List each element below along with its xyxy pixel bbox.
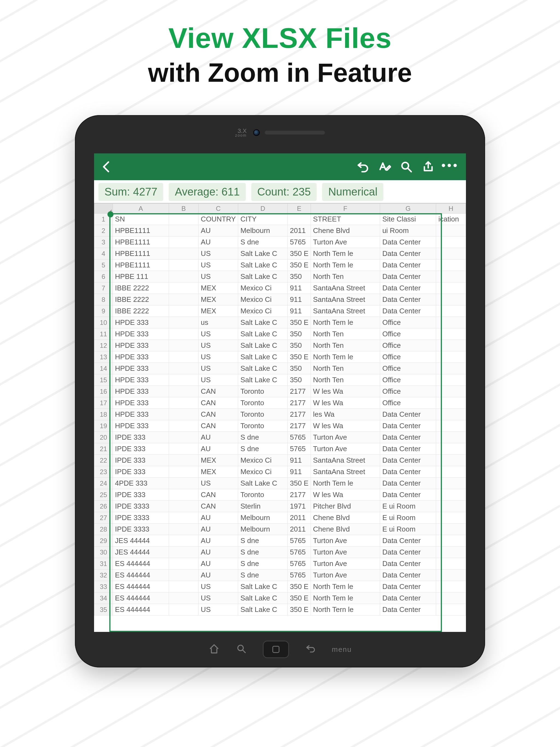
cell[interactable]: Data Center — [380, 409, 436, 420]
spreadsheet-viewport[interactable]: ABCDEFGH1SNCOUNTRYCITYSTREETSite Classii… — [94, 203, 466, 632]
cell[interactable]: Salt Lake C — [238, 317, 288, 328]
row-header[interactable]: 11 — [94, 328, 113, 340]
cell[interactable]: Turton Ave — [311, 443, 380, 455]
cell[interactable]: North Tern le — [311, 604, 380, 616]
column-header[interactable]: F — [311, 204, 380, 213]
row-header[interactable]: 10 — [94, 317, 113, 328]
cell[interactable] — [436, 466, 466, 478]
cell[interactable] — [436, 351, 466, 363]
cell[interactable]: CITY — [238, 213, 288, 225]
cell[interactable]: COUNTRY — [199, 213, 238, 225]
cell[interactable]: Data Center — [380, 489, 436, 500]
table-row[interactable]: 18HPDE 333CANToronto2177les WaData Cente… — [94, 409, 466, 420]
cell[interactable]: ES 444444 — [113, 581, 169, 593]
cell[interactable]: MEX — [199, 294, 238, 305]
column-header[interactable]: H — [436, 204, 466, 213]
cell[interactable] — [169, 236, 199, 248]
cell[interactable]: HPDE 333 — [113, 397, 169, 409]
cell[interactable]: Melbourn — [238, 225, 288, 236]
cell[interactable]: 350 E — [288, 248, 311, 259]
cell[interactable]: Salt Lake C — [238, 271, 288, 282]
cell[interactable]: SantaAna Street — [311, 466, 380, 478]
cell[interactable]: Chene Blvd — [311, 524, 380, 535]
cell[interactable] — [436, 524, 466, 535]
row-header[interactable]: 16 — [94, 386, 113, 397]
table-row[interactable]: 9IBBE 2222MEXMexico Ci911SantaAna Street… — [94, 305, 466, 317]
cell[interactable]: US — [199, 271, 238, 282]
cell[interactable]: W les Wa — [311, 397, 380, 409]
cell[interactable] — [169, 432, 199, 443]
cell[interactable]: 5765 — [288, 547, 311, 558]
cell[interactable]: W les Wa — [311, 420, 380, 432]
cell[interactable]: Data Center — [380, 455, 436, 466]
row-header[interactable]: 12 — [94, 340, 113, 351]
cell[interactable]: 350 E — [288, 604, 311, 616]
table-row[interactable]: 21IPDE 333AUS dne5765Turton AveData Cent… — [94, 443, 466, 455]
cell[interactable] — [169, 581, 199, 593]
cell[interactable] — [169, 420, 199, 432]
row-header[interactable]: 7 — [94, 282, 113, 294]
cell[interactable]: Data Center — [380, 581, 436, 593]
cell[interactable]: 911 — [288, 305, 311, 317]
cell[interactable]: 350 — [288, 363, 311, 374]
cell[interactable] — [436, 489, 466, 500]
cell[interactable]: North Ten — [311, 340, 380, 351]
cell[interactable] — [169, 317, 199, 328]
cell[interactable] — [436, 455, 466, 466]
cell[interactable]: Salt Lake C — [238, 581, 288, 593]
cell[interactable] — [436, 225, 466, 236]
row-header[interactable]: 21 — [94, 443, 113, 455]
cell[interactable]: JES 44444 — [113, 535, 169, 547]
cell[interactable]: HPBE1111 — [113, 225, 169, 236]
cell[interactable]: IPDE 3333 — [113, 512, 169, 524]
undo-button[interactable] — [352, 156, 374, 178]
row-header[interactable]: 33 — [94, 581, 113, 593]
cell[interactable] — [169, 455, 199, 466]
cell[interactable]: Data Center — [380, 432, 436, 443]
cell[interactable]: Office — [380, 328, 436, 340]
cell[interactable] — [436, 294, 466, 305]
row-header[interactable]: 28 — [94, 524, 113, 535]
cell[interactable] — [436, 443, 466, 455]
cell[interactable]: US — [199, 259, 238, 271]
cell[interactable]: 2011 — [288, 225, 311, 236]
select-all-corner[interactable] — [94, 204, 113, 213]
cell[interactable]: 5765 — [288, 443, 311, 455]
cell[interactable]: 2177 — [288, 420, 311, 432]
table-row[interactable]: 26IPDE 3333CANSterlin1971Pitcher BlvdE u… — [94, 500, 466, 512]
share-button[interactable] — [417, 156, 439, 178]
spreadsheet-grid[interactable]: ABCDEFGH1SNCOUNTRYCITYSTREETSite Classii… — [94, 203, 466, 616]
cell[interactable]: MEX — [199, 466, 238, 478]
cell[interactable] — [436, 420, 466, 432]
cell[interactable]: Data Center — [380, 248, 436, 259]
cell[interactable] — [436, 593, 466, 604]
nav-menu-button[interactable]: menu — [332, 645, 352, 654]
cell[interactable] — [436, 604, 466, 616]
row-header[interactable]: 25 — [94, 489, 113, 500]
cell[interactable] — [169, 282, 199, 294]
row-header[interactable]: 34 — [94, 593, 113, 604]
cell[interactable] — [169, 500, 199, 512]
cell[interactable]: JES 44444 — [113, 547, 169, 558]
cell[interactable] — [436, 409, 466, 420]
cell[interactable]: Chene Blvd — [311, 512, 380, 524]
cell[interactable]: AU — [199, 225, 238, 236]
table-row[interactable]: 30JES 44444AUS dne5765Turton AveData Cen… — [94, 547, 466, 558]
table-row[interactable]: 27IPDE 3333AUMelbourn2011Chene BlvdE ui … — [94, 512, 466, 524]
cell[interactable] — [169, 328, 199, 340]
cell[interactable]: E ui Room — [380, 512, 436, 524]
cell[interactable]: Office — [380, 397, 436, 409]
row-header[interactable]: 9 — [94, 305, 113, 317]
cell[interactable]: Data Center — [380, 236, 436, 248]
cell[interactable] — [288, 213, 311, 225]
row-header[interactable]: 35 — [94, 604, 113, 616]
row-header[interactable]: 17 — [94, 397, 113, 409]
cell[interactable]: Turton Ave — [311, 535, 380, 547]
cell[interactable]: MEX — [199, 455, 238, 466]
cell[interactable] — [436, 328, 466, 340]
cell[interactable]: Data Center — [380, 570, 436, 581]
row-header[interactable]: 1 — [94, 213, 113, 225]
cell[interactable]: 911 — [288, 466, 311, 478]
row-header[interactable]: 19 — [94, 420, 113, 432]
cell[interactable]: 5765 — [288, 558, 311, 570]
